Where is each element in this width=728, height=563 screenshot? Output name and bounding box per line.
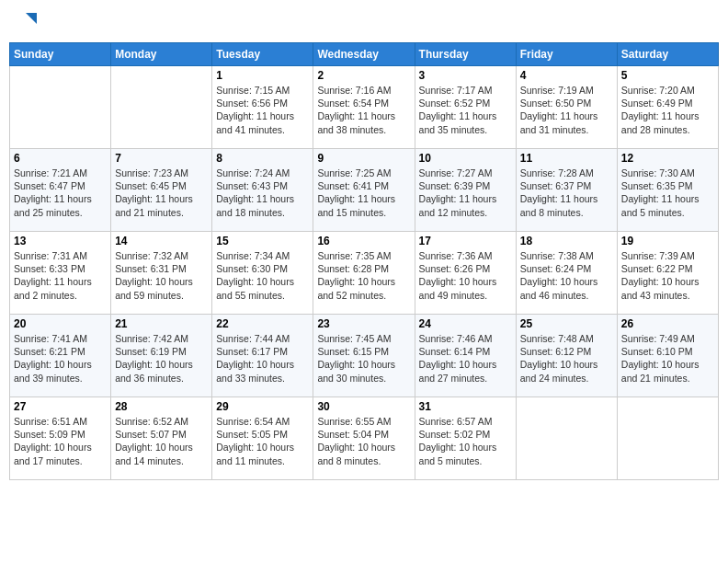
calendar-cell: 17Sunrise: 7:36 AMSunset: 6:26 PMDayligh…: [415, 232, 516, 315]
calendar-cell: 6Sunrise: 7:21 AMSunset: 6:47 PMDaylight…: [10, 149, 111, 232]
day-info: Sunrise: 7:19 AMSunset: 6:50 PMDaylight:…: [520, 84, 613, 136]
day-info: Sunrise: 6:54 AMSunset: 5:05 PMDaylight:…: [216, 415, 309, 467]
day-number: 13: [14, 235, 107, 247]
calendar-week-row: 1Sunrise: 7:15 AMSunset: 6:56 PMDaylight…: [10, 66, 719, 149]
day-info: Sunrise: 7:28 AMSunset: 6:37 PMDaylight:…: [520, 167, 613, 219]
day-info: Sunrise: 7:16 AMSunset: 6:54 PMDaylight:…: [317, 84, 410, 136]
day-info: Sunrise: 7:38 AMSunset: 6:24 PMDaylight:…: [520, 249, 613, 302]
calendar-cell: 15Sunrise: 7:34 AMSunset: 6:30 PMDayligh…: [212, 232, 313, 315]
calendar-cell: 28Sunrise: 6:52 AMSunset: 5:07 PMDayligh…: [111, 397, 212, 480]
day-number: 30: [317, 400, 410, 413]
calendar-cell: 22Sunrise: 7:44 AMSunset: 6:17 PMDayligh…: [212, 315, 313, 397]
calendar-cell: 18Sunrise: 7:38 AMSunset: 6:24 PMDayligh…: [516, 232, 617, 315]
day-info: Sunrise: 6:52 AMSunset: 5:07 PMDaylight:…: [115, 415, 208, 467]
calendar-week-row: 13Sunrise: 7:31 AMSunset: 6:33 PMDayligh…: [10, 232, 719, 315]
day-number: 7: [115, 152, 208, 165]
calendar-cell: 5Sunrise: 7:20 AMSunset: 6:49 PMDaylight…: [617, 66, 718, 149]
calendar-cell: 7Sunrise: 7:23 AMSunset: 6:45 PMDaylight…: [111, 149, 212, 232]
calendar-week-row: 6Sunrise: 7:21 AMSunset: 6:47 PMDaylight…: [10, 149, 719, 232]
day-info: Sunrise: 7:32 AMSunset: 6:31 PMDaylight:…: [115, 249, 208, 302]
day-info: Sunrise: 7:17 AMSunset: 6:52 PMDaylight:…: [419, 84, 512, 136]
day-number: 31: [419, 400, 512, 413]
day-number: 24: [419, 317, 512, 330]
day-info: Sunrise: 7:23 AMSunset: 6:45 PMDaylight:…: [115, 167, 208, 219]
calendar-cell: 27Sunrise: 6:51 AMSunset: 5:09 PMDayligh…: [10, 397, 111, 480]
day-number: 8: [216, 152, 309, 165]
calendar-cell: 31Sunrise: 6:57 AMSunset: 5:02 PMDayligh…: [415, 397, 516, 480]
day-number: 26: [621, 317, 714, 330]
calendar-cell: [617, 397, 718, 480]
day-number: 21: [115, 317, 208, 330]
day-info: Sunrise: 7:35 AMSunset: 6:28 PMDaylight:…: [317, 249, 410, 302]
calendar-cell: 19Sunrise: 7:39 AMSunset: 6:22 PMDayligh…: [617, 232, 718, 315]
day-of-week-header: Thursday: [415, 43, 516, 66]
day-info: Sunrise: 6:55 AMSunset: 5:04 PMDaylight:…: [317, 415, 410, 467]
day-number: 9: [317, 152, 410, 165]
calendar-cell: 4Sunrise: 7:19 AMSunset: 6:50 PMDaylight…: [516, 66, 617, 149]
calendar-table: SundayMondayTuesdayWednesdayThursdayFrid…: [9, 42, 719, 480]
day-info: Sunrise: 7:30 AMSunset: 6:35 PMDaylight:…: [621, 167, 714, 219]
day-info: Sunrise: 7:21 AMSunset: 6:47 PMDaylight:…: [14, 167, 107, 219]
calendar-cell: 23Sunrise: 7:45 AMSunset: 6:15 PMDayligh…: [313, 315, 415, 397]
day-number: 27: [14, 400, 107, 413]
calendar-header-row: SundayMondayTuesdayWednesdayThursdayFrid…: [10, 43, 719, 66]
day-number: 11: [520, 152, 613, 165]
day-number: 16: [317, 235, 410, 247]
day-number: 15: [216, 235, 309, 247]
day-info: Sunrise: 7:41 AMSunset: 6:21 PMDaylight:…: [14, 332, 107, 385]
day-info: Sunrise: 7:44 AMSunset: 6:17 PMDaylight:…: [216, 332, 309, 385]
calendar-cell: 13Sunrise: 7:31 AMSunset: 6:33 PMDayligh…: [10, 232, 111, 315]
svg-marker-0: [26, 13, 37, 24]
day-info: Sunrise: 7:42 AMSunset: 6:19 PMDaylight:…: [115, 332, 208, 385]
calendar-cell: 21Sunrise: 7:42 AMSunset: 6:19 PMDayligh…: [111, 315, 212, 397]
calendar-cell: 20Sunrise: 7:41 AMSunset: 6:21 PMDayligh…: [10, 315, 111, 397]
calendar-week-row: 20Sunrise: 7:41 AMSunset: 6:21 PMDayligh…: [10, 315, 719, 397]
calendar-cell: 2Sunrise: 7:16 AMSunset: 6:54 PMDaylight…: [313, 66, 415, 149]
logo: [17, 13, 39, 31]
calendar-cell: 30Sunrise: 6:55 AMSunset: 5:04 PMDayligh…: [313, 397, 415, 480]
day-info: Sunrise: 7:45 AMSunset: 6:15 PMDaylight:…: [317, 332, 410, 385]
day-number: 2: [317, 69, 410, 82]
calendar-cell: 24Sunrise: 7:46 AMSunset: 6:14 PMDayligh…: [415, 315, 516, 397]
day-number: 29: [216, 400, 309, 413]
day-number: 5: [621, 69, 714, 82]
calendar-week-row: 27Sunrise: 6:51 AMSunset: 5:09 PMDayligh…: [10, 397, 719, 480]
day-of-week-header: Monday: [111, 43, 212, 66]
day-of-week-header: Wednesday: [313, 43, 415, 66]
calendar-cell: 14Sunrise: 7:32 AMSunset: 6:31 PMDayligh…: [111, 232, 212, 315]
day-of-week-header: Sunday: [10, 43, 111, 66]
calendar-cell: 25Sunrise: 7:48 AMSunset: 6:12 PMDayligh…: [516, 315, 617, 397]
calendar-cell: 12Sunrise: 7:30 AMSunset: 6:35 PMDayligh…: [617, 149, 718, 232]
day-info: Sunrise: 7:31 AMSunset: 6:33 PMDaylight:…: [14, 249, 107, 302]
day-number: 18: [520, 235, 613, 247]
day-info: Sunrise: 7:34 AMSunset: 6:30 PMDaylight:…: [216, 249, 309, 302]
calendar-cell: 26Sunrise: 7:49 AMSunset: 6:10 PMDayligh…: [617, 315, 718, 397]
page-header: [9, 9, 719, 35]
day-number: 12: [621, 152, 714, 165]
day-info: Sunrise: 7:20 AMSunset: 6:49 PMDaylight:…: [621, 84, 714, 136]
day-number: 28: [115, 400, 208, 413]
day-of-week-header: Tuesday: [212, 43, 313, 66]
calendar-cell: [10, 66, 111, 149]
day-number: 19: [621, 235, 714, 247]
day-of-week-header: Friday: [516, 43, 617, 66]
calendar-cell: 3Sunrise: 7:17 AMSunset: 6:52 PMDaylight…: [415, 66, 516, 149]
day-info: Sunrise: 7:27 AMSunset: 6:39 PMDaylight:…: [419, 167, 512, 219]
day-number: 25: [520, 317, 613, 330]
day-info: Sunrise: 7:24 AMSunset: 6:43 PMDaylight:…: [216, 167, 309, 219]
calendar-cell: 9Sunrise: 7:25 AMSunset: 6:41 PMDaylight…: [313, 149, 415, 232]
calendar-cell: [516, 397, 617, 480]
day-of-week-header: Saturday: [617, 43, 718, 66]
day-number: 23: [317, 317, 410, 330]
day-number: 20: [14, 317, 107, 330]
day-info: Sunrise: 7:49 AMSunset: 6:10 PMDaylight:…: [621, 332, 714, 385]
day-number: 3: [419, 69, 512, 82]
day-info: Sunrise: 6:51 AMSunset: 5:09 PMDaylight:…: [14, 415, 107, 467]
logo-icon: [18, 11, 39, 31]
day-info: Sunrise: 6:57 AMSunset: 5:02 PMDaylight:…: [419, 415, 512, 467]
calendar-cell: 10Sunrise: 7:27 AMSunset: 6:39 PMDayligh…: [415, 149, 516, 232]
day-info: Sunrise: 7:39 AMSunset: 6:22 PMDaylight:…: [621, 249, 714, 302]
day-info: Sunrise: 7:46 AMSunset: 6:14 PMDaylight:…: [419, 332, 512, 385]
day-number: 4: [520, 69, 613, 82]
day-number: 14: [115, 235, 208, 247]
